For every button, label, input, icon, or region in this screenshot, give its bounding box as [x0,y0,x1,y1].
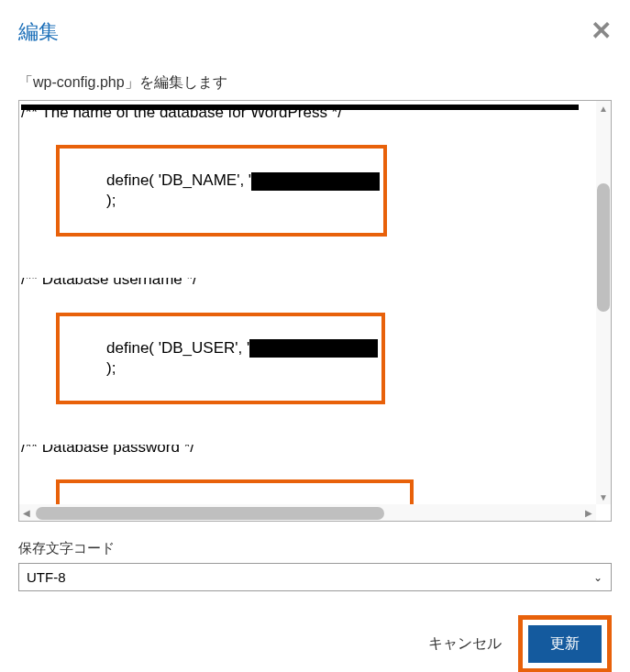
scroll-up-icon[interactable]: ▲ [596,101,611,116]
highlight-db-pass: define( 'DB_PASSWORD', '); [56,479,414,504]
horizontal-scroll-thumb[interactable] [36,507,384,520]
define-db-user-post: ); [106,359,116,377]
define-db-name-pre: define( 'DB_NAME', ' [106,171,251,189]
modal-title: 編集 [18,18,59,46]
update-button[interactable]: 更新 [528,625,602,663]
encoding-select-wrapper: UTF-8 ⌄ [18,563,612,591]
define-db-user-pre: define( 'DB_USER', ' [106,339,249,357]
encoding-select[interactable]: UTF-8 [18,563,612,591]
redacted-db-name [251,172,380,191]
cancel-button[interactable]: キャンセル [428,634,502,654]
edit-file-label: 「wp-config.php」を編集します [18,73,612,93]
modal-footer: キャンセル 更新 [18,615,612,672]
editor-wrapper: /** The name of the database for WordPre… [18,100,612,522]
vertical-scroll-thumb[interactable] [597,183,610,312]
code-editor[interactable]: /** The name of the database for WordPre… [19,101,596,504]
scroll-left-icon[interactable]: ◀ [19,504,34,521]
scroll-right-icon[interactable]: ▶ [581,504,596,521]
comment-db-pass: /** Database password */ [21,445,194,457]
encoding-label: 保存文字コード [18,540,612,557]
define-db-name-post: ); [106,192,116,209]
vertical-scrollbar[interactable]: ▲ ▼ [596,101,611,504]
edit-modal: 編集 ✕ 「wp-config.php」を編集します /** The name … [0,0,630,672]
comment-db-user: /** Database username */ [21,278,197,291]
modal-header: 編集 ✕ [18,18,612,46]
redacted-db-user [249,339,378,358]
horizontal-scrollbar[interactable]: ◀ ▶ [19,504,596,521]
scroll-down-icon[interactable]: ▼ [596,490,611,504]
highlight-db-name: define( 'DB_NAME', ' ); [56,145,387,237]
close-button[interactable]: ✕ [591,18,612,44]
highlight-update-button: 更新 [518,615,612,672]
highlight-db-user: define( 'DB_USER', ' ); [56,313,385,404]
comment-db-name: /** The name of the database for WordPre… [21,110,342,123]
